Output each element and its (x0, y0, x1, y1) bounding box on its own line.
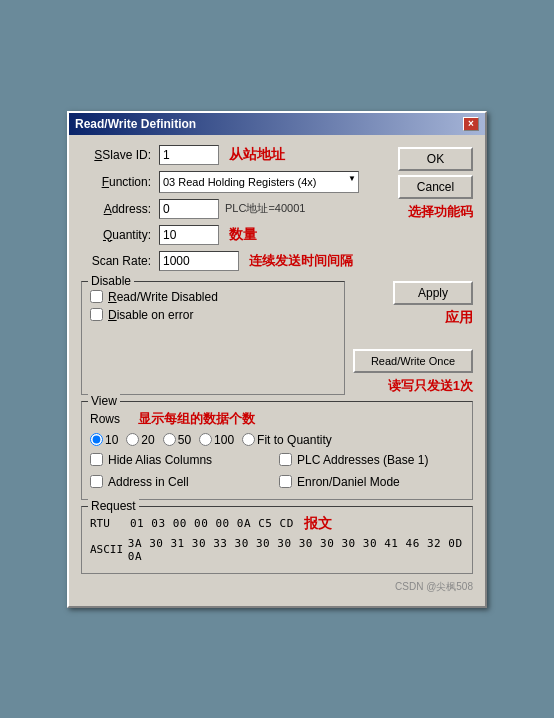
hide-alias-label: Hide Alias Columns (108, 453, 212, 467)
disable-on-error-label: Disable on error (108, 308, 193, 322)
disable-on-error-row: Disable on error (90, 308, 336, 322)
quantity-label: Quantity: (81, 228, 151, 242)
address-input[interactable] (159, 199, 219, 219)
radio-group: 10 20 50 100 Fit to Quantity (90, 433, 464, 447)
request-group: Request RTU 01 03 00 00 00 0A C5 CD 报文 A… (81, 506, 473, 574)
address-in-cell-label: Address in Cell (108, 475, 189, 489)
rw-once-annotation: 读写只发送1次 (388, 377, 473, 395)
radio-10: 10 (90, 433, 118, 447)
function-select-wrapper: 03 Read Holding Registers (4x) 01 Read C… (159, 171, 359, 193)
quantity-row: Quantity: 数量 (81, 225, 390, 245)
title-bar-buttons: × (463, 117, 479, 131)
enron-daniel-checkbox[interactable] (279, 475, 292, 488)
plc-addresses-label: PLC Addresses (Base 1) (297, 453, 428, 467)
enron-daniel-row: Enron/Daniel Mode (279, 475, 464, 489)
slave-id-annotation: 从站地址 (229, 146, 285, 164)
radio-100: 100 (199, 433, 234, 447)
slave-id-row: SSlave ID: 从站地址 (81, 145, 390, 165)
hide-alias-row: Hide Alias Columns (90, 453, 275, 467)
rtu-row: RTU 01 03 00 00 00 0A C5 CD 报文 (90, 515, 464, 533)
ascii-row: ASCII 3A 30 31 30 33 30 30 30 30 30 30 3… (90, 537, 464, 563)
scan-rate-annotation: 连续发送时间间隔 (249, 252, 353, 270)
address-in-cell-checkbox[interactable] (90, 475, 103, 488)
address-label: Address: (81, 202, 151, 216)
radio-fit-label: Fit to Quantity (257, 433, 332, 447)
radio-50-label: 50 (178, 433, 191, 447)
disable-on-error-checkbox[interactable] (90, 308, 103, 321)
quantity-input[interactable] (159, 225, 219, 245)
watermark: CSDN @尖枫508 (81, 578, 473, 594)
read-write-disabled-checkbox[interactable] (90, 290, 103, 303)
address-hint: PLC地址=40001 (225, 201, 305, 216)
radio-50: 50 (163, 433, 191, 447)
function-annotation: 选择功能码 (408, 203, 473, 221)
cancel-button[interactable]: Cancel (398, 175, 473, 199)
read-write-disabled-row: Read/Write Disabled (90, 290, 336, 304)
apply-annotation: 应用 (445, 309, 473, 327)
radio-fit-input[interactable] (242, 433, 255, 446)
rows-label: Rows (90, 412, 120, 426)
scan-rate-row: Scan Rate: 连续发送时间间隔 (81, 251, 390, 271)
disable-group: Disable Read/Write Disabled Disable on e… (81, 281, 345, 395)
ok-cancel-area: OK Cancel 选择功能码 (398, 145, 473, 277)
dialog-content: SSlave ID: 从站地址 Function: 03 Read Holdin… (69, 135, 485, 606)
disable-group-title: Disable (88, 274, 134, 288)
radio-100-label: 100 (214, 433, 234, 447)
rtu-value: 01 03 00 00 00 0A C5 CD (130, 517, 294, 530)
radio-fit: Fit to Quantity (242, 433, 332, 447)
ascii-label: ASCII (90, 543, 128, 556)
radio-50-input[interactable] (163, 433, 176, 446)
apply-button[interactable]: Apply (393, 281, 473, 305)
radio-100-input[interactable] (199, 433, 212, 446)
read-write-disabled-label: Read/Write Disabled (108, 290, 218, 304)
function-label: Function: (81, 175, 151, 189)
read-write-once-button[interactable]: Read/Write Once (353, 349, 473, 373)
hide-alias-checkbox[interactable] (90, 453, 103, 466)
enron-daniel-label: Enron/Daniel Mode (297, 475, 400, 489)
radio-10-label: 10 (105, 433, 118, 447)
scan-rate-label: Scan Rate: (81, 254, 151, 268)
view-group-title: View (88, 394, 120, 408)
address-in-cell-row: Address in Cell (90, 475, 275, 489)
main-window: Read/Write Definition × SSlave ID: 从站地址 … (67, 111, 487, 608)
disable-apply-area: Disable Read/Write Disabled Disable on e… (81, 281, 473, 395)
ok-button[interactable]: OK (398, 147, 473, 171)
close-button[interactable]: × (463, 117, 479, 131)
radio-20-input[interactable] (126, 433, 139, 446)
scan-rate-input[interactable] (159, 251, 239, 271)
address-row: Address: PLC地址=40001 (81, 199, 390, 219)
function-select[interactable]: 03 Read Holding Registers (4x) 01 Read C… (159, 171, 359, 193)
rows-annotation: 显示每组的数据个数 (138, 410, 255, 428)
slave-id-input[interactable] (159, 145, 219, 165)
plc-addresses-checkbox[interactable] (279, 453, 292, 466)
window-title: Read/Write Definition (75, 117, 196, 131)
rtu-label: RTU (90, 517, 130, 530)
apply-rw-area: Apply 应用 Read/Write Once 读写只发送1次 (353, 281, 473, 395)
view-group: View Rows 显示每组的数据个数 10 20 50 (81, 401, 473, 500)
quantity-annotation: 数量 (229, 226, 257, 244)
plc-addresses-row: PLC Addresses (Base 1) (279, 453, 464, 467)
title-bar: Read/Write Definition × (69, 113, 485, 135)
radio-10-input[interactable] (90, 433, 103, 446)
request-group-title: Request (88, 499, 139, 513)
ascii-value: 3A 30 31 30 33 30 30 30 30 30 30 30 41 4… (128, 537, 464, 563)
radio-20: 20 (126, 433, 154, 447)
rtu-annotation: 报文 (304, 515, 332, 533)
function-row: Function: 03 Read Holding Registers (4x)… (81, 171, 390, 193)
rows-section: Rows 显示每组的数据个数 (90, 410, 464, 428)
slave-id-label: SSlave ID: (81, 148, 151, 162)
view-checkboxes: Hide Alias Columns PLC Addresses (Base 1… (90, 453, 464, 493)
radio-20-label: 20 (141, 433, 154, 447)
